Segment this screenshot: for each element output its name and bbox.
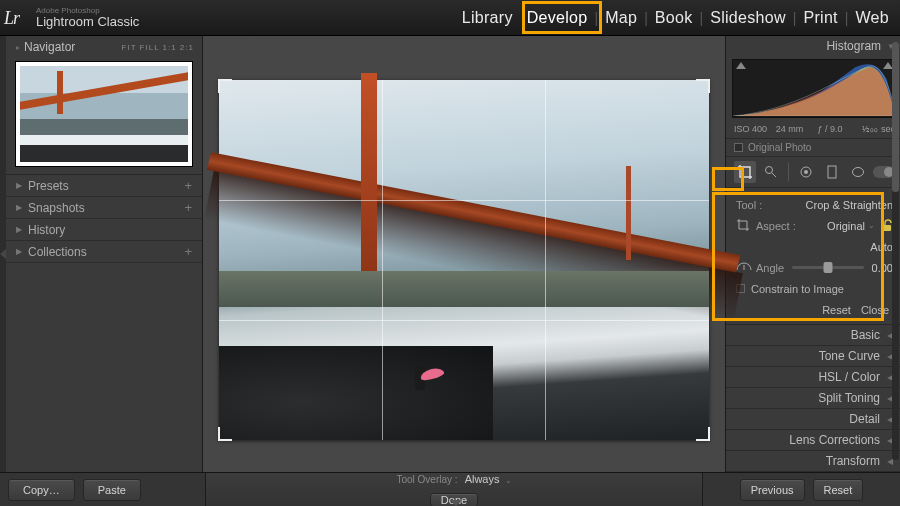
svg-rect-3 (828, 166, 836, 178)
canvas (203, 36, 725, 472)
exif-readout: ISO 400 24 mm ƒ / 9.0 ¹⁄₂₀₀ sec (726, 122, 900, 138)
right-panel: Histogram▼ ISO 400 24 mm ƒ / 9.0 ¹⁄₂₀₀ s… (725, 36, 900, 472)
original-photo-toggle[interactable]: Original Photo (726, 138, 900, 157)
crop-reset[interactable]: Reset (822, 304, 851, 316)
crop-close[interactable]: Close (861, 304, 889, 316)
panel-presets[interactable]: ▶Presets+ (6, 175, 202, 197)
aspect-value[interactable]: Original (827, 220, 865, 232)
histogram[interactable] (732, 59, 897, 118)
app-logo: Lr Adobe Photoshop Lightroom Classic (4, 7, 139, 28)
section-detail[interactable]: Detail◀ (726, 409, 900, 430)
panel-history[interactable]: ▶History (6, 219, 202, 241)
tool-overlay-value[interactable]: Always (465, 473, 500, 485)
photo-preview[interactable] (219, 80, 709, 440)
module-picker: Library Develop| Map| Book| Slideshow| P… (455, 0, 896, 35)
right-accordion: Basic◀ Tone Curve◀ HSL / Color◀ Split To… (726, 324, 900, 472)
crop-handle-br[interactable] (696, 427, 710, 441)
section-basic[interactable]: Basic◀ (726, 325, 900, 346)
angle-slider[interactable] (792, 266, 863, 269)
radial-filter-icon[interactable] (847, 161, 869, 183)
svg-point-2 (804, 170, 808, 174)
svg-rect-5 (883, 225, 891, 231)
navigator-header[interactable]: ▸ Navigator FIT FILL 1:1 2:1 (6, 36, 202, 58)
histogram-header[interactable]: Histogram▼ (726, 36, 900, 57)
top-bar: Lr Adobe Photoshop Lightroom Classic Lib… (0, 0, 900, 36)
logo-mark-icon: Lr (4, 8, 30, 28)
module-library[interactable]: Library (455, 0, 520, 35)
right-scrollbar[interactable] (892, 42, 899, 460)
aspect-label: Aspect : (756, 220, 796, 232)
paste-button[interactable]: Paste (83, 479, 141, 501)
section-hsl[interactable]: HSL / Color◀ (726, 367, 900, 388)
panel-snapshots[interactable]: ▶Snapshots+ (6, 197, 202, 219)
tool-name: Crop & Straighten (806, 199, 893, 211)
tool-label: Tool : (736, 199, 762, 211)
section-splittoning[interactable]: Split Toning◀ (726, 388, 900, 409)
previous-button[interactable]: Previous (740, 479, 805, 501)
crop-handle-tl[interactable] (218, 79, 232, 93)
panel-collections[interactable]: ▶Collections+ (6, 241, 202, 263)
center-area (203, 36, 725, 472)
checkbox-icon[interactable] (734, 143, 743, 152)
angle-value: 0.00 (872, 262, 893, 274)
section-lens[interactable]: Lens Corrections◀ (726, 430, 900, 451)
copy-button[interactable]: Copy… (8, 479, 75, 501)
auto-straighten[interactable]: Auto (870, 241, 893, 253)
crop-handle-tr[interactable] (696, 79, 710, 93)
constrain-label: Constrain to Image (751, 283, 844, 295)
module-develop[interactable]: Develop (520, 0, 595, 35)
redeye-tool-icon[interactable] (795, 161, 817, 183)
svg-point-4 (853, 168, 864, 177)
tool-strip (726, 157, 900, 188)
navigator-modes[interactable]: FIT FILL 1:1 2:1 (122, 43, 194, 52)
exif-iso: ISO 400 (734, 124, 770, 134)
section-transform[interactable]: Transform◀ (726, 451, 900, 472)
exif-focal: 24 mm (776, 124, 812, 134)
left-panel-list: ▶Presets+ ▶Snapshots+ ▶History ▶Collecti… (6, 174, 202, 263)
reset-button[interactable]: Reset (813, 479, 864, 501)
section-tonecurve[interactable]: Tone Curve◀ (726, 346, 900, 367)
spot-tool-icon[interactable] (760, 161, 782, 183)
filmstrip-toggle-icon[interactable] (450, 500, 462, 506)
exif-shutter: ¹⁄₂₀₀ sec (859, 124, 895, 134)
module-print[interactable]: Print (796, 0, 844, 35)
exif-aperture: ƒ / 9.0 (818, 124, 854, 134)
grad-filter-icon[interactable] (821, 161, 843, 183)
angle-label: Angle (756, 262, 784, 274)
left-panel: ▸ Navigator FIT FILL 1:1 2:1 ▶Presets+ ▶… (6, 36, 203, 472)
crop-tool-icon[interactable] (734, 161, 756, 183)
crop-frame-icon[interactable] (736, 218, 750, 234)
crop-panel: Tool : Crop & Straighten Aspect : Origin… (726, 188, 900, 324)
svg-point-0 (766, 167, 773, 174)
navigator-thumbnail[interactable] (16, 62, 192, 166)
module-map[interactable]: Map (598, 0, 644, 35)
module-book[interactable]: Book (648, 0, 700, 35)
module-slideshow[interactable]: Slideshow (703, 0, 793, 35)
module-web[interactable]: Web (848, 0, 896, 35)
tool-overlay-label: Tool Overlay : (396, 474, 457, 485)
navigator-title: Navigator (24, 40, 75, 54)
app-name: Lightroom Classic (36, 15, 139, 28)
